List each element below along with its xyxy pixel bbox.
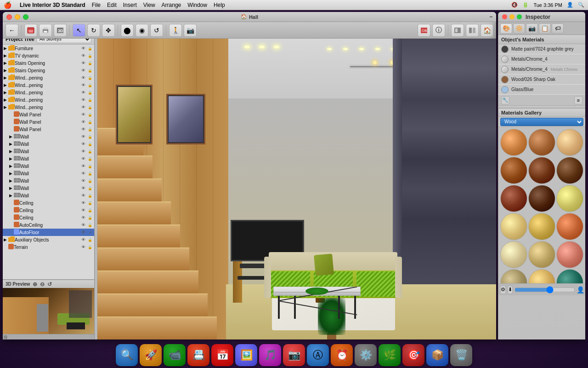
toolbar-split[interactable]	[466, 24, 479, 37]
dock-item-time-machine[interactable]: ⚙️	[355, 344, 377, 366]
tree-item-eye-3[interactable]: 👁	[80, 68, 86, 73]
tree-item-lock-26[interactable]: 🔒	[87, 237, 93, 242]
gallery-item-17[interactable]	[556, 269, 583, 283]
toolbar-back[interactable]: ←	[6, 24, 18, 37]
tree-item-lock-14[interactable]: 🔒	[87, 149, 93, 154]
toolbar-person[interactable]: 🚶	[169, 24, 182, 37]
gallery-item-3[interactable]	[500, 157, 527, 184]
tree-item-lock-21[interactable]: 🔒	[87, 200, 93, 206]
toolbar-dot2[interactable]: ◉	[136, 24, 148, 37]
inspector-minimize[interactable]	[509, 14, 514, 19]
tree-item-6[interactable]: ▶Wind...pening👁🔒	[3, 89, 94, 96]
toolbar-2d[interactable]	[451, 24, 464, 37]
tree-item-14[interactable]: ▶Wall👁🔒	[3, 148, 94, 155]
tree-item-16[interactable]: ▶Wall👁🔒	[3, 162, 94, 170]
toolbar-save-plan[interactable]	[24, 24, 37, 37]
tree-item-lock-10[interactable]: 🔒	[87, 119, 93, 125]
inspector-tab-props[interactable]: 📋	[539, 23, 551, 34]
tree-item-1[interactable]: ▶TV dynamic👁🔒	[3, 52, 94, 59]
toolbar-refresh[interactable]: ↺	[150, 24, 163, 37]
toolbar-print[interactable]	[39, 24, 52, 37]
minimize-button[interactable]	[15, 14, 20, 20]
gallery-item-9[interactable]	[500, 213, 527, 240]
tree-item-lock-9[interactable]: 🔒	[87, 112, 93, 117]
tree-item-23[interactable]: Ceiling👁🔒	[3, 214, 94, 221]
tree-item-eye-22[interactable]: 👁	[80, 207, 86, 213]
tree-item-17[interactable]: ▶Wall👁🔒	[3, 170, 94, 177]
dock-item-app-store[interactable]: ⏰	[331, 344, 353, 366]
tree-item-lock-16[interactable]: 🔒	[87, 163, 93, 169]
tree-item-8[interactable]: ▶Wind...pening👁🔒	[3, 104, 94, 111]
toolbar-rotate[interactable]: ↻	[87, 24, 100, 37]
tree-item-eye-20[interactable]: 👁	[80, 193, 86, 198]
tree-item-lock-1[interactable]: 🔒	[87, 53, 93, 58]
tree-item-eye-25[interactable]: 👁	[80, 230, 86, 235]
tree-item-nav-25[interactable]: ↗	[87, 230, 93, 235]
tree-item-eye-7[interactable]: 👁	[80, 97, 86, 103]
dock-item-calendar[interactable]: 🖼️	[235, 344, 257, 366]
gallery-item-4[interactable]	[528, 157, 555, 184]
close-button[interactable]	[6, 14, 12, 20]
tree-item-19[interactable]: ▶Wall👁🔒	[3, 184, 94, 192]
tree-item-eye-14[interactable]: 👁	[80, 149, 86, 154]
gallery-item-1[interactable]	[528, 129, 555, 156]
gallery-import[interactable]: ⬇	[508, 286, 513, 294]
tool-menu[interactable]: ≡	[574, 96, 582, 104]
tree-item-lock-8[interactable]: 🔒	[87, 104, 93, 110]
tree-item-lock-5[interactable]: 🔒	[87, 82, 93, 88]
toolbar-home[interactable]: 🏠	[481, 24, 493, 37]
material-item-oak[interactable]: Wood/026 Sharp Oak	[498, 75, 585, 85]
tree-item-lock-13[interactable]: 🔒	[87, 141, 93, 147]
tree-item-eye-1[interactable]: 👁	[80, 53, 86, 58]
toolbar-move[interactable]: ✥	[102, 24, 115, 37]
gallery-item-12[interactable]	[500, 241, 527, 268]
tree-item-27[interactable]: Terrain👁🔒	[3, 243, 94, 251]
tree-item-eye-8[interactable]: 👁	[80, 104, 86, 110]
inspector-tab-materials[interactable]: 🎨	[500, 23, 512, 34]
tree-item-lock-7[interactable]: 🔒	[87, 97, 93, 103]
toolbar-dot1[interactable]: ⬤	[121, 24, 134, 37]
gallery-size-slider[interactable]	[514, 288, 575, 292]
inspector-close[interactable]	[502, 14, 507, 19]
menu-file[interactable]: File	[92, 2, 101, 8]
toolbar-info[interactable]: ⓘ	[432, 24, 445, 37]
tree-list[interactable]: ▶Furniture👁🔒▶TV dynamic👁🔒▶Stairs Opening…	[3, 45, 94, 279]
tree-item-21[interactable]: Ceiling👁🔒	[3, 199, 94, 207]
tree-item-9[interactable]: Wall Panel👁🔒	[3, 111, 94, 118]
menu-arrange[interactable]: Arrange	[162, 2, 181, 8]
tree-item-26[interactable]: ▶Auxiliary Objects👁🔒	[3, 236, 94, 243]
tree-item-15[interactable]: ▶Wall👁🔒	[3, 155, 94, 162]
menu-window[interactable]: Window	[187, 2, 207, 8]
tree-item-eye-24[interactable]: 👁	[80, 222, 86, 228]
tree-item-18[interactable]: ▶Wall👁🔒	[3, 177, 94, 184]
gallery-item-15[interactable]	[500, 269, 527, 283]
material-item-chrome2[interactable]: Metals/Chrome_4 Metals Chrono	[498, 64, 585, 75]
tree-item-lock-2[interactable]: 🔒	[87, 60, 93, 66]
tree-item-eye-15[interactable]: 👁	[80, 156, 86, 161]
app-name[interactable]: Live Interior 3D Standard	[20, 2, 85, 8]
gallery-item-13[interactable]	[528, 241, 555, 268]
dock-item-photos[interactable]: Ⓐ	[307, 344, 329, 366]
tree-item-eye-6[interactable]: 👁	[80, 90, 86, 95]
tree-item-11[interactable]: Wall Panel👁🔒	[3, 126, 94, 133]
toolbar-obj-library[interactable]: OBJ	[418, 24, 430, 37]
tree-item-eye-11[interactable]: 👁	[80, 126, 86, 132]
gallery-item-2[interactable]	[556, 129, 583, 156]
apple-menu[interactable]: 🍎	[4, 1, 11, 9]
dock-item-preview[interactable]: 🎵	[259, 344, 281, 366]
tree-item-lock-19[interactable]: 🔒	[87, 185, 93, 191]
tree-item-24[interactable]: AutoCeiling👁🔒	[3, 221, 94, 229]
tree-item-eye-19[interactable]: 👁	[80, 185, 86, 191]
preview-zoom-in[interactable]: ⊕	[33, 281, 37, 288]
tool-pipette[interactable]: 🔧	[501, 96, 509, 104]
preview-scrollbar[interactable]	[3, 334, 94, 339]
tree-item-lock-0[interactable]: 🔒	[87, 46, 93, 51]
tree-item-eye-12[interactable]: 👁	[80, 134, 86, 139]
dock-item-itunes[interactable]: 📷	[283, 344, 305, 366]
tree-item-eye-26[interactable]: 👁	[80, 237, 86, 242]
tree-item-12[interactable]: ▶Wall👁🔒	[3, 133, 94, 140]
viewport-3d[interactable]	[97, 39, 496, 339]
dock-item-system-preferences[interactable]: 🌿	[379, 344, 401, 366]
dock-item-launchpad[interactable]: 🚀	[140, 344, 162, 366]
tree-item-lock-17[interactable]: 🔒	[87, 171, 93, 176]
